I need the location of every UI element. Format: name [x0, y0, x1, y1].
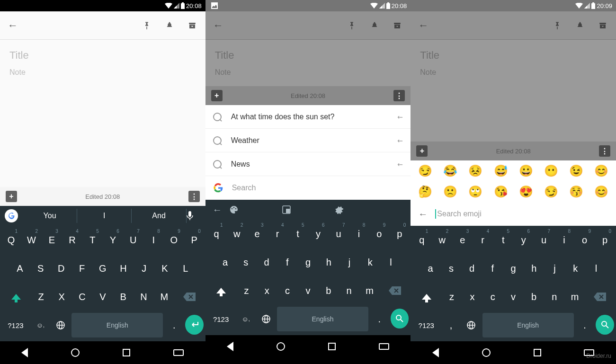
shift-key[interactable] [207, 278, 235, 303]
emoji[interactable]: 😉 [569, 164, 583, 178]
key-g[interactable]: g [299, 250, 318, 275]
key-s[interactable]: s [442, 256, 461, 281]
note-input[interactable]: Note [420, 68, 607, 77]
key-h[interactable]: h [525, 256, 544, 281]
nav-back[interactable] [227, 342, 233, 351]
emoji[interactable]: 😶 [544, 164, 558, 178]
pin-icon[interactable] [552, 20, 563, 31]
key-s[interactable]: S [31, 256, 50, 281]
key-w[interactable]: W2 [22, 228, 41, 252]
backspace-key[interactable] [586, 284, 614, 309]
nav-back[interactable] [21, 348, 28, 357]
key-n[interactable]: n [545, 284, 563, 309]
key-l[interactable]: l [587, 256, 606, 281]
symbols-key[interactable]: ?123 [207, 307, 235, 331]
key-x[interactable]: X [52, 284, 71, 309]
back-icon[interactable]: ← [418, 19, 429, 32]
more-button[interactable]: ⋮ [599, 145, 610, 157]
key-a[interactable]: a [216, 250, 235, 275]
key-f[interactable]: f [483, 256, 502, 281]
emoji-key[interactable]: ☺, [237, 307, 255, 331]
key-k[interactable]: k [566, 256, 585, 281]
more-button[interactable]: ⋮ [393, 90, 405, 101]
backspace-key[interactable] [176, 284, 204, 309]
search-key[interactable] [596, 315, 614, 335]
key-d[interactable]: d [463, 256, 482, 281]
note-body[interactable]: Title Note [411, 40, 616, 142]
suggestion-word[interactable]: And [132, 209, 186, 223]
key-x[interactable]: x [463, 284, 482, 309]
key-i[interactable]: I8 [144, 228, 163, 252]
key-p[interactable]: p0 [596, 228, 614, 252]
symbols-key[interactable]: ?123 [412, 313, 440, 337]
space-key[interactable]: English [71, 313, 163, 337]
key-j[interactable]: j [545, 256, 564, 281]
key-j[interactable]: j [340, 250, 359, 275]
nav-recent[interactable] [534, 349, 541, 356]
nav-recent[interactable] [328, 343, 336, 350]
search-input-row[interactable]: Search [205, 176, 411, 200]
period-key[interactable]: . [576, 313, 594, 337]
google-icon[interactable] [5, 209, 18, 222]
emoji[interactable]: 😏 [544, 185, 558, 198]
key-b[interactable]: b [319, 278, 338, 303]
key-i[interactable]: i8 [555, 228, 573, 252]
key-r[interactable]: r4 [473, 228, 492, 252]
key-k[interactable]: k [361, 250, 380, 275]
reminder-icon[interactable] [369, 20, 380, 31]
note-body[interactable]: Title Note [0, 40, 205, 187]
key-z[interactable]: z [442, 284, 461, 309]
emoji[interactable]: 😏 [418, 164, 432, 178]
key-y[interactable]: Y6 [104, 228, 122, 252]
pin-icon[interactable] [141, 20, 152, 31]
language-key[interactable] [462, 313, 481, 337]
key-a[interactable]: a [421, 256, 440, 281]
emoji[interactable]: 😊 [594, 164, 608, 178]
enter-key[interactable] [185, 315, 204, 335]
comma-key[interactable]: , [442, 313, 460, 337]
emoji[interactable]: 😂 [443, 164, 457, 178]
search-key[interactable] [391, 309, 409, 328]
key-b[interactable]: b [525, 284, 543, 309]
symbols-key[interactable]: ?123 [2, 313, 29, 337]
shift-key[interactable] [412, 284, 440, 309]
key-l[interactable]: l [382, 250, 401, 275]
reminder-icon[interactable] [164, 20, 175, 31]
backspace-key[interactable] [381, 278, 409, 303]
key-f[interactable]: f [278, 250, 297, 275]
add-button[interactable]: + [6, 191, 17, 202]
key-b[interactable]: B [114, 284, 132, 309]
emoji-key[interactable]: ☺, [31, 313, 50, 337]
emoji[interactable]: 🤔 [418, 185, 432, 198]
add-button[interactable]: + [211, 90, 223, 101]
key-y[interactable]: y6 [309, 222, 328, 246]
key-i[interactable]: i8 [349, 222, 368, 246]
language-key[interactable] [52, 313, 70, 337]
pin-icon[interactable] [346, 20, 357, 31]
theme-icon[interactable] [229, 205, 282, 214]
key-a[interactable]: A [10, 256, 29, 281]
back-icon[interactable]: ← [418, 209, 428, 220]
suggestion-item[interactable]: Weather ↖ [205, 129, 411, 152]
suggestion-word[interactable]: You [23, 209, 77, 223]
key-v[interactable]: V [93, 284, 112, 309]
key-g[interactable]: g [504, 256, 523, 281]
key-e[interactable]: e3 [248, 222, 267, 246]
key-p[interactable]: P0 [185, 228, 204, 252]
note-body[interactable]: Title Note [205, 40, 411, 86]
emoji[interactable]: 😊 [594, 185, 608, 198]
suggestion-item[interactable]: News ↖ [205, 152, 411, 176]
emoji[interactable]: 🙁 [443, 185, 457, 198]
key-u[interactable]: u7 [329, 222, 348, 246]
archive-icon[interactable] [187, 20, 198, 31]
key-z[interactable]: Z [32, 284, 50, 309]
reminder-icon[interactable] [574, 20, 586, 31]
key-j[interactable]: J [134, 256, 153, 281]
key-t[interactable]: T5 [83, 228, 102, 252]
emoji[interactable]: 🙄 [468, 185, 482, 198]
period-key[interactable]: . [370, 307, 389, 331]
language-key[interactable] [257, 307, 275, 331]
note-input[interactable]: Note [9, 68, 196, 77]
emoji[interactable]: 😚 [569, 185, 583, 198]
key-s[interactable]: s [236, 250, 255, 275]
